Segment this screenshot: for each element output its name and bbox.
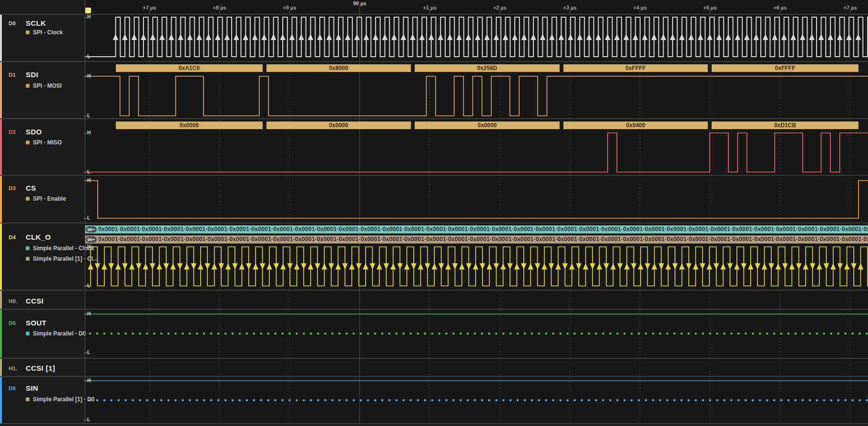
sample-dot [388, 333, 391, 335]
sample-dot [573, 399, 576, 402]
rising-edge-arrow-icon [404, 264, 410, 270]
channel-row-sdo[interactable]: D2 SDO SPI - MISO [0, 119, 85, 175]
channel-row-sout[interactable]: D5 SOUT Simple Parallel - D0 [0, 310, 85, 358]
rising-edge-arrow-icon [716, 34, 722, 40]
overflow-count-badge: 99+ [86, 226, 97, 233]
low-level-label: L [87, 170, 90, 174]
analyzer-item[interactable]: SPI - MOSI [26, 83, 62, 89]
rising-edge-arrow-icon [725, 34, 731, 40]
sample-dot [296, 333, 298, 335]
rising-edge-arrow-icon [698, 34, 704, 40]
timeline-marker[interactable] [85, 8, 91, 13]
rising-edge-arrow-icon [225, 264, 231, 270]
falling-edge-arrow-icon [342, 264, 348, 270]
sample-dot [737, 333, 740, 335]
sample-dot [517, 399, 519, 402]
sample-dot [303, 399, 305, 402]
analyzer-item[interactable]: SPI - Clock [26, 30, 63, 35]
channel-color-strip [0, 310, 2, 358]
sample-dot [759, 333, 761, 335]
analyzer-label: SPI - MOSI [33, 82, 62, 89]
timeline-tick-label: +4 µs [633, 5, 646, 10]
sample-dot [752, 333, 754, 335]
sample-dot [124, 333, 127, 335]
sample-dot [310, 333, 312, 335]
channel-row-sclk[interactable]: D0 SCLK SPI - Clock [0, 15, 85, 61]
sample-dot [780, 399, 783, 402]
falling-edge-arrow-icon [150, 264, 155, 270]
rising-edge-arrow-icon [187, 34, 193, 40]
low-level-label: L [87, 54, 90, 59]
sample-dot [103, 399, 106, 402]
row-separator [0, 175, 868, 176]
sample-dot [239, 399, 241, 402]
sample-dot [246, 399, 248, 402]
sample-dot [552, 333, 554, 335]
channel-row-ccsi-1[interactable]: H1. CCSI [1] [0, 359, 85, 376]
channel-name: SDI [26, 71, 38, 79]
sample-dot [524, 399, 526, 402]
channel-row-sin[interactable]: D6 SIN Simple Parallel [1] - D0 [0, 377, 85, 423]
sample-dot [189, 333, 191, 335]
rising-edge-arrow-icon [336, 34, 341, 40]
analyzer-color-swatch [26, 332, 30, 335]
sample-dot [787, 333, 790, 335]
rising-edge-arrow-icon [418, 264, 424, 270]
sample-dot [844, 399, 847, 402]
rising-edge-arrow-icon [102, 264, 107, 270]
sample-dot [139, 399, 141, 402]
sample-dot [844, 333, 847, 335]
sample-dot [802, 333, 804, 335]
sample-dot [809, 399, 811, 402]
sample-dot [431, 333, 433, 335]
sample-dot [566, 333, 569, 335]
channel-row-ccsi[interactable]: H0. CCSI [0, 291, 85, 309]
falling-edge-arrow-icon [108, 264, 114, 270]
falling-edge-arrow-icon [397, 264, 403, 270]
channel-color-strip [0, 62, 2, 118]
sidebar-divider[interactable] [85, 0, 85, 424]
sample-dot [502, 399, 505, 402]
sample-dot [232, 333, 234, 335]
sample-dot [510, 399, 512, 402]
timeline-tick-label: +3 µs [563, 5, 576, 10]
sample-dot [524, 333, 526, 335]
analyzer-item[interactable]: Simple Parallel [1] - D0 [26, 396, 94, 402]
channel-row-cs[interactable]: D3 CS SPI - Enable [0, 176, 85, 223]
rising-edge-arrow-icon [308, 34, 314, 40]
analyzer-label: SPI - Clock [33, 29, 63, 36]
timeline[interactable]: +7 µs+8 µs+9 µs90 µs+1 µs+2 µs+3 µs+4 µs… [0, 0, 868, 14]
falling-edge-arrow-icon [204, 264, 210, 270]
sample-dot [324, 399, 327, 402]
rising-edge-arrow-icon [382, 34, 388, 40]
falling-edge-arrow-icon [274, 264, 279, 270]
sample-dot [809, 333, 811, 335]
analyzer-item[interactable]: Simple Parallel [1] - Cl… [26, 256, 99, 262]
sample-dot [303, 333, 305, 335]
falling-edge-arrow-icon [700, 264, 705, 270]
analyzer-item[interactable]: SPI - Enable [26, 196, 66, 202]
row-separator [0, 223, 868, 223]
sample-dot [716, 399, 718, 402]
rising-edge-arrow-icon [410, 34, 416, 40]
analyzer-item[interactable]: SPI - MISO [26, 140, 62, 145]
channel-id: D1 [9, 72, 16, 78]
rising-edge-arrow-icon [143, 264, 149, 270]
analyzer-item[interactable]: Simple Parallel - D0 [26, 331, 86, 336]
rising-edge-arrow-icon [638, 264, 643, 270]
rising-edge-arrow-icon [652, 264, 657, 270]
rising-edge-arrow-icon [856, 34, 861, 40]
sample-dot [281, 399, 284, 402]
channel-row-clk-o[interactable]: D4 CLK_O Simple Parallel - Clock Simple … [0, 223, 85, 290]
sample-dot [111, 333, 113, 335]
sample-dot [481, 399, 483, 402]
rising-edge-arrow-icon [317, 34, 323, 40]
falling-edge-arrow-icon [521, 264, 527, 270]
rising-edge-arrow-icon [327, 34, 332, 40]
falling-edge-arrow-icon [549, 264, 554, 270]
channel-row-sdi[interactable]: D1 SDI SPI - MOSI [0, 62, 85, 118]
analyzer-item[interactable]: Simple Parallel - Clock [26, 245, 94, 251]
falling-edge-arrow-icon [727, 264, 733, 270]
sample-dot [773, 333, 776, 335]
sample-dot [858, 399, 861, 402]
